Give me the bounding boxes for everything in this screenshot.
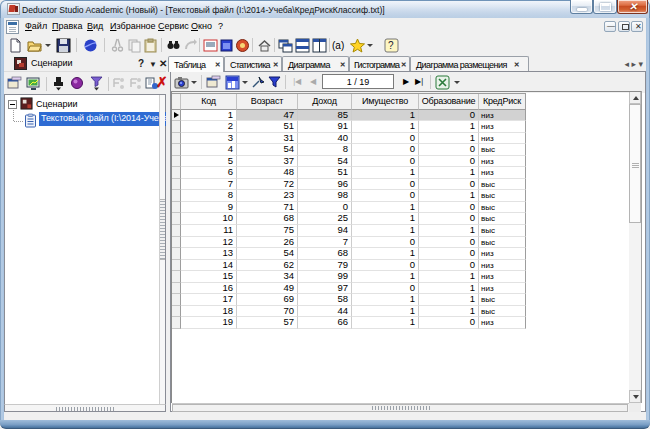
svg-text:?: ?	[388, 40, 394, 51]
